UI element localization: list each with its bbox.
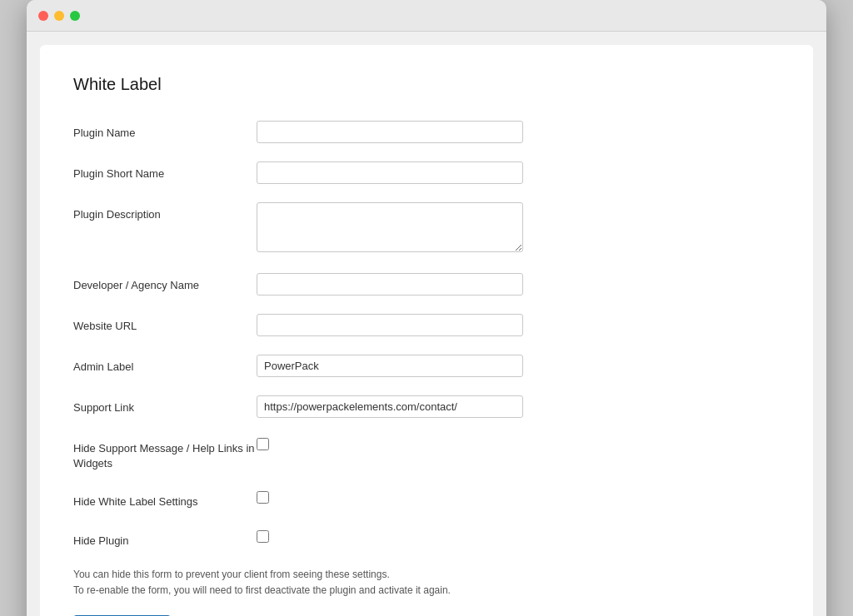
form-row-hide-wl-settings: Hide White Label Settings [73, 489, 780, 509]
label-plugin-description: Plugin Description [73, 202, 257, 222]
input-wrap-developer-agency [257, 273, 523, 296]
input-wrap-website-url [257, 314, 523, 336]
label-plugin-name: Plugin Name [73, 121, 257, 141]
traffic-lights [38, 11, 80, 21]
plugin-short-name-input[interactable] [257, 161, 523, 184]
form-row-developer-agency: Developer / Agency Name [73, 273, 780, 296]
form-row-hide-plugin: Hide Plugin [73, 529, 780, 549]
input-wrap-plugin-name [257, 121, 523, 143]
white-label-form: Plugin Name Plugin Short Name Plugin Des… [73, 121, 780, 549]
hint-line2: To re-enable the form, you will need to … [73, 584, 451, 596]
admin-label-input[interactable] [257, 355, 523, 377]
label-hide-wl-settings: Hide White Label Settings [73, 489, 257, 509]
website-url-input[interactable] [257, 314, 523, 336]
input-wrap-hide-wl-settings [257, 489, 523, 506]
form-row-website-url: Website URL [73, 314, 780, 336]
hide-support-checkbox[interactable] [257, 438, 269, 450]
form-row-plugin-short-name: Plugin Short Name [73, 161, 780, 184]
hint-text: You can hide this form to prevent your c… [73, 567, 540, 599]
label-admin-label: Admin Label [73, 355, 257, 375]
label-hide-support: Hide Support Message / Help Links in Wid… [73, 436, 257, 471]
title-bar [27, 0, 826, 32]
input-wrap-hide-support [257, 436, 523, 453]
content-area: White Label Plugin Name Plugin Short Nam… [40, 45, 813, 616]
page-title: White Label [73, 75, 780, 94]
app-window: White Label Plugin Name Plugin Short Nam… [27, 0, 826, 616]
plugin-name-input[interactable] [257, 121, 523, 143]
hide-wl-settings-checkbox[interactable] [257, 491, 269, 504]
input-wrap-admin-label [257, 355, 523, 377]
input-wrap-hide-plugin [257, 529, 523, 545]
developer-agency-input[interactable] [257, 273, 523, 296]
label-support-link: Support Link [73, 395, 257, 415]
plugin-description-input[interactable] [257, 202, 523, 252]
form-row-admin-label: Admin Label [73, 355, 780, 377]
label-plugin-short-name: Plugin Short Name [73, 161, 257, 181]
support-link-input[interactable] [257, 395, 523, 418]
input-wrap-support-link [257, 395, 523, 418]
form-row-support-link: Support Link [73, 395, 780, 418]
input-wrap-plugin-short-name [257, 161, 523, 184]
form-row-hide-support: Hide Support Message / Help Links in Wid… [73, 436, 780, 471]
label-developer-agency: Developer / Agency Name [73, 273, 257, 293]
input-wrap-plugin-description [257, 202, 523, 255]
close-button[interactable] [38, 11, 48, 21]
hint-line1: You can hide this form to prevent your c… [73, 569, 390, 580]
hide-plugin-checkbox[interactable] [257, 530, 269, 543]
maximize-button[interactable] [70, 11, 80, 21]
form-row-plugin-name: Plugin Name [73, 121, 780, 143]
label-website-url: Website URL [73, 314, 257, 334]
minimize-button[interactable] [54, 11, 64, 21]
label-hide-plugin: Hide Plugin [73, 529, 257, 549]
form-row-plugin-description: Plugin Description [73, 202, 780, 255]
